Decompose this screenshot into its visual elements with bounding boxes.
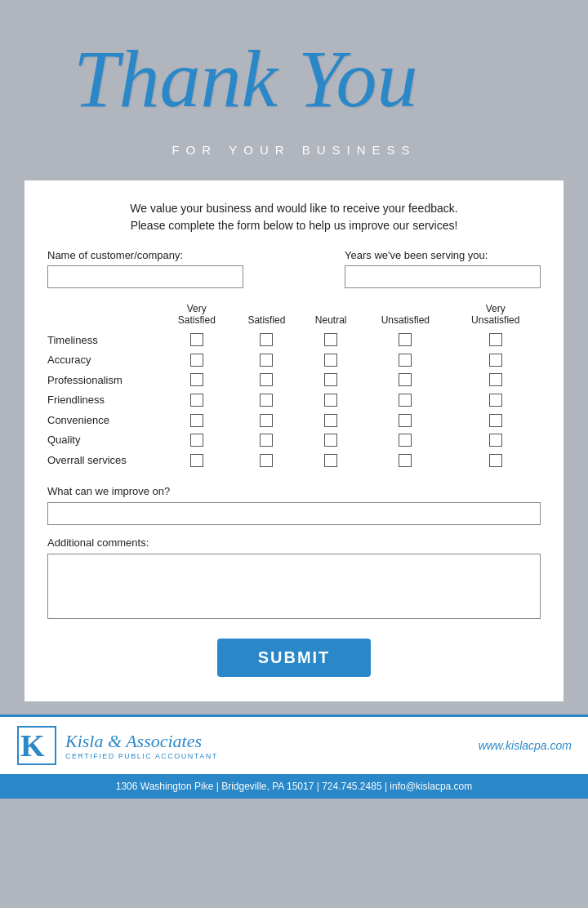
rating-checkbox[interactable] — [399, 354, 412, 367]
rating-cell — [162, 330, 232, 350]
improve-label: What can we improve on? — [47, 485, 541, 497]
company-logo-icon: K — [16, 725, 57, 766]
rating-cell — [301, 349, 360, 370]
rating-cell — [162, 450, 232, 470]
table-row: Timeliness — [47, 330, 541, 350]
rating-cell — [451, 370, 541, 390]
rating-cell — [232, 410, 302, 430]
table-row: Quality — [47, 430, 541, 451]
rating-checkbox[interactable] — [489, 354, 502, 367]
rating-checkbox[interactable] — [489, 333, 502, 346]
rating-cell — [360, 330, 450, 350]
row-label: Timeliness — [47, 330, 162, 350]
rating-section: VerySatisfied Satisfied Neutral Unsatisf… — [47, 303, 541, 470]
col-header-very-unsatisfied: VeryUnsatisfied — [451, 303, 541, 330]
rating-checkbox[interactable] — [190, 394, 203, 407]
rating-cell — [232, 389, 302, 410]
rating-cell — [301, 410, 360, 430]
rating-checkbox[interactable] — [399, 394, 412, 407]
rating-cell — [301, 450, 360, 470]
intro-text: We value your business and would like to… — [47, 200, 541, 234]
row-label: Professionalism — [47, 370, 162, 390]
rating-checkbox[interactable] — [489, 414, 502, 427]
rating-cell — [162, 389, 232, 410]
svg-text:K: K — [20, 728, 45, 763]
company-name: Kisla & Associates — [65, 731, 218, 752]
rating-checkbox[interactable] — [190, 414, 203, 427]
rating-cell — [360, 450, 450, 470]
rating-checkbox[interactable] — [260, 354, 273, 367]
rating-checkbox[interactable] — [324, 354, 337, 367]
rating-cell — [301, 370, 360, 390]
rating-checkbox[interactable] — [324, 394, 337, 407]
rating-checkbox[interactable] — [489, 434, 502, 447]
submit-row: SUBMIT — [47, 639, 541, 677]
form-container: We value your business and would like to… — [24, 180, 564, 701]
rating-checkbox[interactable] — [260, 414, 273, 427]
rating-checkbox[interactable] — [489, 373, 502, 386]
logo-text: Kisla & Associates CERTIFIED PUBLIC ACCO… — [65, 731, 218, 760]
rating-cell — [360, 430, 450, 451]
rating-checkbox[interactable] — [260, 394, 273, 407]
rating-checkbox[interactable] — [324, 434, 337, 447]
rating-checkbox[interactable] — [260, 333, 273, 346]
rating-checkbox[interactable] — [190, 373, 203, 386]
col-header-very-satisfied: VerySatisfied — [162, 303, 232, 330]
intro-line2: Please complete the form below to help u… — [47, 217, 541, 234]
table-row: Accuracy — [47, 349, 541, 370]
rating-checkbox[interactable] — [260, 373, 273, 386]
website-text: www.kislacpa.com — [479, 739, 572, 752]
rating-cell — [451, 389, 541, 410]
rating-checkbox[interactable] — [399, 454, 412, 467]
rating-checkbox[interactable] — [489, 394, 502, 407]
rating-cell — [162, 370, 232, 390]
rating-cell — [162, 410, 232, 430]
rating-checkbox[interactable] — [324, 414, 337, 427]
col-header-empty — [47, 303, 162, 330]
improve-section: What can we improve on? — [47, 485, 541, 525]
svg-text:Thank You: Thank You — [74, 33, 417, 122]
rating-checkbox[interactable] — [399, 373, 412, 386]
thank-you-title: Thank You — [24, 16, 564, 135]
years-input[interactable] — [345, 265, 541, 288]
rating-cell — [301, 330, 360, 350]
rating-cell — [360, 410, 450, 430]
rating-cell — [451, 410, 541, 430]
comments-textarea[interactable] — [47, 554, 541, 619]
rating-cell — [162, 430, 232, 451]
rating-cell — [232, 430, 302, 451]
rating-cell — [232, 370, 302, 390]
col-header-neutral: Neutral — [301, 303, 360, 330]
rating-cell — [232, 330, 302, 350]
rating-checkbox[interactable] — [190, 354, 203, 367]
col-header-unsatisfied: Unsatisfied — [360, 303, 450, 330]
rating-checkbox[interactable] — [324, 454, 337, 467]
row-label: Accuracy — [47, 349, 162, 370]
rating-cell — [301, 389, 360, 410]
intro-line1: We value your business and would like to… — [47, 200, 541, 217]
improve-input[interactable] — [47, 502, 541, 525]
customer-input[interactable] — [47, 265, 243, 288]
rating-checkbox[interactable] — [260, 434, 273, 447]
submit-button[interactable]: SUBMIT — [217, 639, 372, 677]
comments-label: Additional comments: — [47, 536, 541, 549]
rating-checkbox[interactable] — [489, 454, 502, 467]
table-row: Overrall services — [47, 450, 541, 470]
rating-checkbox[interactable] — [399, 434, 412, 447]
rating-checkbox[interactable] — [399, 414, 412, 427]
fields-row: Name of customer/company: Years we've be… — [47, 249, 541, 288]
rating-checkbox[interactable] — [260, 454, 273, 467]
rating-checkbox[interactable] — [399, 333, 412, 346]
rating-checkbox[interactable] — [324, 333, 337, 346]
footer-logo: K Kisla & Associates CERTIFIED PUBLIC AC… — [16, 725, 218, 766]
rating-checkbox[interactable] — [324, 373, 337, 386]
rating-checkbox[interactable] — [190, 333, 203, 346]
rating-cell — [301, 430, 360, 451]
rating-checkbox[interactable] — [190, 434, 203, 447]
rating-cell — [360, 389, 450, 410]
rating-checkbox[interactable] — [190, 454, 203, 467]
footer-address: 1306 Washington Pike | Bridgeville, PA 1… — [116, 781, 472, 792]
thank-you-svg: Thank You — [65, 16, 523, 122]
rating-table: VerySatisfied Satisfied Neutral Unsatisf… — [47, 303, 541, 470]
rating-cell — [451, 330, 541, 350]
